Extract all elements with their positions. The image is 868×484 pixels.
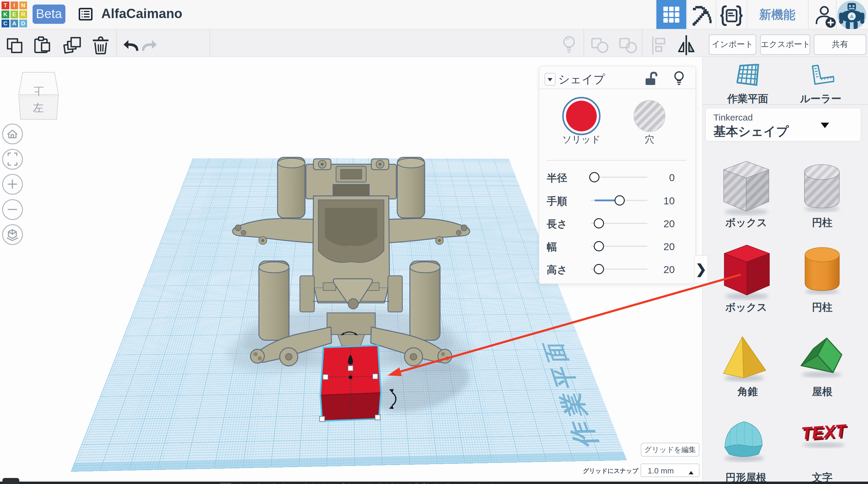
- svg-text:穴: 穴: [645, 134, 654, 145]
- svg-text:TEXT: TEXT: [801, 421, 848, 443]
- svg-text:上: 上: [33, 85, 44, 97]
- svg-text:ソリッド: ソリッド: [562, 134, 601, 145]
- svg-text:左: 左: [33, 101, 44, 114]
